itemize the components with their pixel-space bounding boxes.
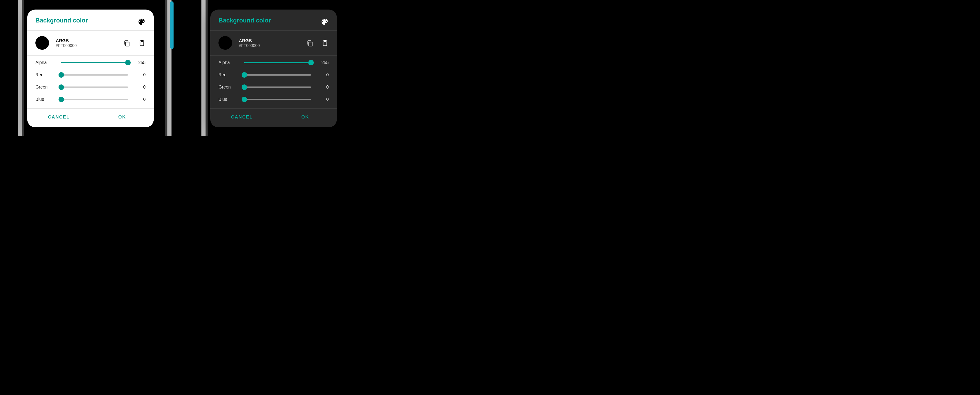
color-swatch xyxy=(218,36,232,50)
cancel-button[interactable]: CANCEL xyxy=(27,115,91,119)
slider-alpha: Alpha 255 xyxy=(218,60,329,65)
sliders-container: Alpha 255 Red 0 Green xyxy=(27,56,154,108)
slider-blue: Blue 0 xyxy=(35,97,146,102)
color-picker-dialog-light: Background color ARGB #FF000000 Alpha xyxy=(27,10,154,127)
slider-red: Red 0 xyxy=(218,72,329,77)
slider-track[interactable] xyxy=(244,99,311,100)
slider-label: Green xyxy=(218,84,239,89)
slider-thumb[interactable] xyxy=(59,84,64,90)
slider-track[interactable] xyxy=(61,62,128,63)
ok-button[interactable]: OK xyxy=(91,115,154,119)
color-swatch xyxy=(35,36,49,50)
dialog-header: Background color xyxy=(210,10,337,30)
slider-label: Alpha xyxy=(218,60,239,65)
svg-rect-2 xyxy=(141,40,142,41)
slider-thumb[interactable] xyxy=(242,84,247,90)
color-format-label: ARGB xyxy=(56,38,116,43)
dialog-title: Background color xyxy=(35,17,88,24)
dialog-actions: CANCEL OK xyxy=(210,109,337,127)
slider-value: 0 xyxy=(317,97,329,102)
slider-label: Red xyxy=(218,72,239,77)
color-hex-value: #FF000000 xyxy=(239,44,299,48)
slider-value: 0 xyxy=(134,84,146,89)
slider-thumb[interactable] xyxy=(59,72,64,77)
color-preview-row: ARGB #FF000000 xyxy=(210,31,337,55)
slider-thumb[interactable] xyxy=(59,97,64,102)
cancel-button[interactable]: CANCEL xyxy=(210,115,274,119)
slider-red: Red 0 xyxy=(35,72,146,77)
slider-track[interactable] xyxy=(244,74,311,75)
slider-label: Blue xyxy=(35,97,56,102)
svg-rect-3 xyxy=(309,42,312,46)
paste-icon[interactable] xyxy=(137,39,146,47)
slider-green: Green 0 xyxy=(35,84,146,89)
dialog-title: Background color xyxy=(218,17,271,24)
slider-track[interactable] xyxy=(244,86,311,88)
slider-label: Green xyxy=(35,84,56,89)
copy-icon[interactable] xyxy=(305,39,314,47)
slider-thumb[interactable] xyxy=(125,60,130,65)
slider-value: 0 xyxy=(134,72,146,77)
color-preview-row: ARGB #FF000000 xyxy=(27,31,154,55)
copy-icon[interactable] xyxy=(123,39,130,47)
color-picker-dialog-dark: Background color ARGB #FF000000 Alpha xyxy=(210,10,337,127)
slider-label: Red xyxy=(35,72,56,77)
palette-icon[interactable] xyxy=(321,16,329,24)
slider-track[interactable] xyxy=(61,74,128,75)
slider-label: Blue xyxy=(218,97,239,102)
slider-track[interactable] xyxy=(61,86,128,88)
slider-value: 0 xyxy=(317,84,329,89)
svg-rect-5 xyxy=(324,40,326,41)
palette-icon[interactable] xyxy=(137,16,146,24)
slider-value: 255 xyxy=(134,60,146,65)
slider-value: 255 xyxy=(317,60,329,65)
slider-value: 0 xyxy=(134,97,146,102)
svg-rect-0 xyxy=(126,42,129,46)
slider-thumb[interactable] xyxy=(242,72,247,77)
paste-icon[interactable] xyxy=(321,39,329,47)
color-hex-value: #FF000000 xyxy=(56,44,116,48)
dialog-actions: CANCEL OK xyxy=(27,109,154,127)
sliders-container: Alpha 255 Red 0 Green xyxy=(210,56,337,108)
slider-thumb[interactable] xyxy=(308,60,314,65)
slider-value: 0 xyxy=(317,72,329,77)
color-format-label: ARGB xyxy=(239,38,299,43)
slider-label: Alpha xyxy=(35,60,56,65)
ok-button[interactable]: OK xyxy=(274,115,337,119)
slider-blue: Blue 0 xyxy=(218,97,329,102)
slider-alpha: Alpha 255 xyxy=(35,60,146,65)
slider-thumb[interactable] xyxy=(242,97,247,102)
slider-track[interactable] xyxy=(61,99,128,100)
slider-track[interactable] xyxy=(244,62,311,63)
slider-green: Green 0 xyxy=(218,84,329,89)
dialog-header: Background color xyxy=(27,10,154,30)
